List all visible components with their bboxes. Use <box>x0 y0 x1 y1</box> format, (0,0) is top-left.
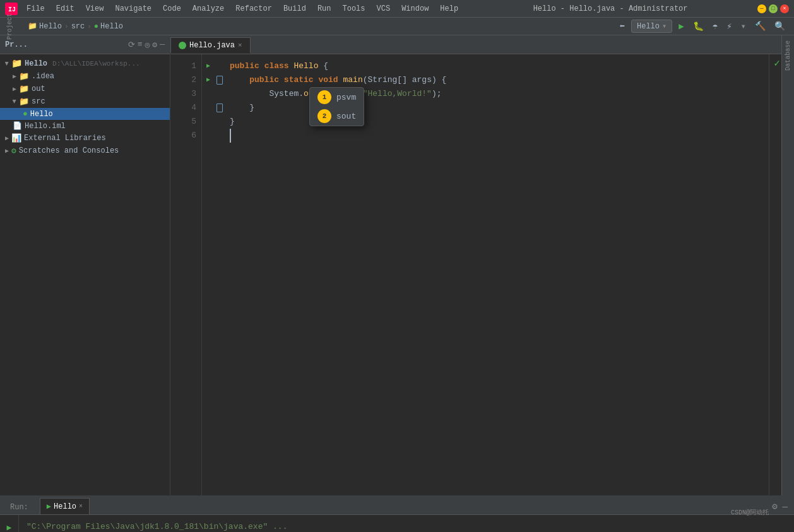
tab-close-icon[interactable]: × <box>238 42 242 49</box>
line-num-1: 1 <box>170 59 201 73</box>
more-run-icon[interactable]: ▾ <box>738 20 749 33</box>
tree-item-src[interactable]: ▶ 📁 src <box>0 95 170 108</box>
run-arrow-2[interactable]: ▶ <box>202 73 215 87</box>
menu-help[interactable]: Help <box>435 3 463 15</box>
menu-build[interactable]: Build <box>278 3 311 15</box>
tree-item-idea[interactable]: ▶ 📁 .idea <box>0 70 170 83</box>
menu-window[interactable]: Window <box>396 3 434 15</box>
tree-label-idea: .idea <box>32 72 54 81</box>
editor-right-strip: ✓ <box>769 54 781 495</box>
tab-label: Hello.java <box>189 41 235 50</box>
bottom-tab-bar: Run: ▶ Hello × ⚙ — <box>0 496 794 515</box>
panel-toolbar: Pr... ⟳ ≡ ◎ ⚙ — <box>0 35 170 54</box>
minimize-panel-icon[interactable]: — <box>781 500 789 513</box>
java-file-icon: ● <box>23 109 28 119</box>
tree-item-out[interactable]: ▶ 📁 out <box>0 83 170 95</box>
window-controls: ─ □ × <box>757 4 789 13</box>
bookmark-4 <box>215 101 225 115</box>
folder-icon-hello: 📁 <box>11 58 22 69</box>
ac-label-sout: sout <box>336 112 356 121</box>
menu-file[interactable]: File <box>21 3 50 15</box>
scratches-icon: ⚙ <box>11 146 16 156</box>
tree-label-hello-java: Hello <box>30 110 53 119</box>
profile-button[interactable]: ⚡ <box>724 20 734 33</box>
menu-run[interactable]: Run <box>312 3 336 15</box>
line-num-6: 6 <box>170 129 201 143</box>
breadcrumb-sep-2: › <box>87 23 92 30</box>
breadcrumb-src[interactable]: src <box>71 22 85 31</box>
breadcrumb-file[interactable]: ● Hello <box>94 22 123 31</box>
console-area: "C:\Program Files\Java\jdk1.8.0_181\bin\… <box>19 515 794 532</box>
editor-area: Hello.java × 1 2 3 4 5 6 ▶ ▶ <box>170 35 781 495</box>
menu-view[interactable]: View <box>81 3 109 15</box>
tree-label-hello: Hello <box>25 59 47 68</box>
maximize-button[interactable]: □ <box>769 4 778 13</box>
code-content[interactable]: public class Hello { public static void … <box>225 54 769 495</box>
project-icon: 📁 <box>28 21 37 31</box>
menu-code[interactable]: Code <box>158 3 186 15</box>
minimize-button[interactable]: ─ <box>757 4 766 13</box>
menu-vcs[interactable]: VCS <box>372 3 396 15</box>
run-label: Run: <box>5 500 33 514</box>
sync-icon[interactable]: ⟳ <box>128 40 135 50</box>
tab-file-icon <box>179 42 186 49</box>
line-num-5: 5 <box>170 115 201 129</box>
bottom-tab-run[interactable]: ▶ Hello × <box>40 498 90 514</box>
breadcrumb-sep-1: › <box>64 23 69 30</box>
ac-badge-1: 1 <box>317 90 331 104</box>
menu-analyze[interactable]: Analyze <box>187 3 229 15</box>
arrow-idea: ▶ <box>13 73 16 80</box>
tree-label-out: out <box>32 85 45 93</box>
ac-item-sout[interactable]: 2 sout <box>310 107 364 126</box>
arrow-out: ▶ <box>13 85 16 93</box>
run-tab-close[interactable]: × <box>79 503 83 510</box>
menu-edit[interactable]: Edit <box>51 3 80 15</box>
folder-icon-src: 📁 <box>19 97 29 107</box>
no-errors-icon: ✓ <box>774 57 780 69</box>
ac-badge-2: 2 <box>317 109 331 123</box>
location-icon[interactable]: ◎ <box>145 40 150 50</box>
run-tab-icon: ▶ <box>47 502 51 511</box>
code-editor[interactable]: 1 2 3 4 5 6 ▶ ▶ <box>170 54 781 495</box>
libs-icon: 📊 <box>11 133 21 143</box>
arrow-scratches: ▶ <box>5 147 9 155</box>
breadcrumb-toolbar: Project 📁 Hello › src › ● Hello ⬅ Hello … <box>0 18 794 35</box>
tree-item-scratches[interactable]: ▶ ⚙ Scratches and Consoles <box>0 145 170 157</box>
coverage-button[interactable]: ☂ <box>710 20 720 33</box>
settings-icon[interactable]: ⚙ <box>152 40 157 50</box>
line-num-2: 2 <box>170 73 201 87</box>
tree-item-hello-java[interactable]: ● Hello <box>0 108 170 120</box>
menu-refactor[interactable]: Refactor <box>230 3 277 15</box>
bottom-panel: Run: ▶ Hello × ⚙ — ▶ ↑ ↓ ■ ≡ ↩ 🖨 🗑 <box>0 495 794 532</box>
menu-navigate[interactable]: Navigate <box>110 3 157 15</box>
editor-tab-bar: Hello.java × <box>170 35 781 54</box>
editor-tab-hello-java[interactable]: Hello.java × <box>170 37 251 54</box>
settings-bottom-icon[interactable]: ⚙ <box>771 500 778 513</box>
menu-tools[interactable]: Tools <box>338 3 370 15</box>
bottom-left-strip: ▶ ↑ ↓ ■ ≡ ↩ 🖨 🗑 <box>0 515 19 532</box>
line-num-4: 4 <box>170 101 201 115</box>
tree-item-hello-root[interactable]: ▶ 📁 Hello D:\ALL\IDEA\worksp... <box>0 57 170 70</box>
bookmark-2 <box>215 73 225 87</box>
tree-item-external-libs[interactable]: ▶ 📊 External Libraries <box>0 132 170 145</box>
project-panel: Pr... ⟳ ≡ ◎ ⚙ — ▶ 📁 Hello D:\ALL\IDEA\wo… <box>0 35 170 495</box>
run-arrow-1[interactable]: ▶ <box>202 59 215 73</box>
line-num-3: 3 <box>170 87 201 101</box>
breadcrumb-project[interactable]: 📁 Hello <box>28 21 62 31</box>
ac-item-psvm[interactable]: 1 psvm <box>310 88 364 107</box>
run-button[interactable]: ▶ <box>676 20 686 33</box>
run-configuration[interactable]: Hello ▾ <box>631 20 672 33</box>
hide-icon[interactable]: — <box>160 40 165 50</box>
search-everywhere-icon[interactable]: 🔍 <box>772 20 788 33</box>
database-strip[interactable]: Database <box>781 35 794 495</box>
tree-label-src: src <box>32 97 45 106</box>
folder-icon-out: 📁 <box>19 84 29 94</box>
panel-title: Pr... <box>5 40 28 49</box>
rerun-icon[interactable]: ▶ <box>7 523 12 532</box>
collapse-all-icon[interactable]: ≡ <box>138 40 143 50</box>
build-icon[interactable]: 🔨 <box>752 20 768 33</box>
back-icon[interactable]: ⬅ <box>617 20 627 33</box>
close-button[interactable]: × <box>780 4 789 13</box>
tree-item-hello-iml[interactable]: 📄 Hello.iml <box>0 120 170 132</box>
debug-button[interactable]: 🐛 <box>690 20 706 33</box>
